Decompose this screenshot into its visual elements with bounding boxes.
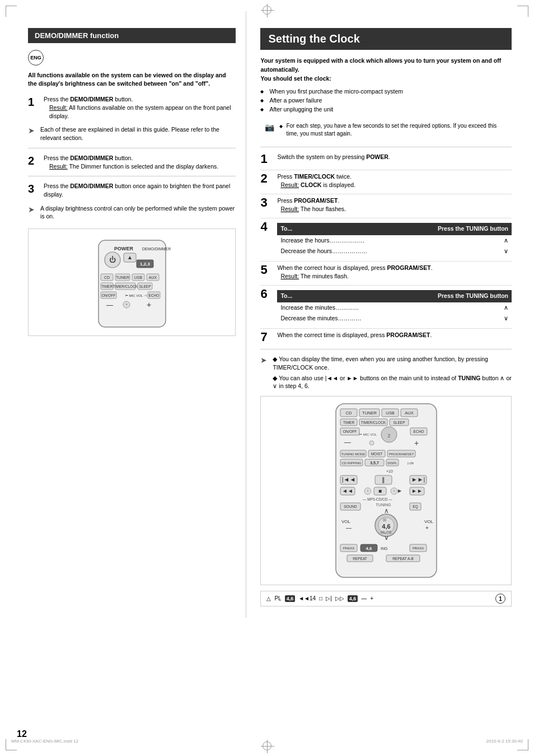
svg-text:3,5,7: 3,5,7 <box>370 461 379 465</box>
display-icon-eject: △ <box>266 595 271 601</box>
svg-text:SOUND: SOUND <box>344 505 357 508</box>
svg-text:+10: +10 <box>386 469 393 473</box>
arrow-icon-right-1: ➤ <box>260 355 269 390</box>
svg-text:ING: ING <box>381 547 387 550</box>
clock-steps: 1 Switch the system on by pressing POWER… <box>260 153 512 344</box>
tip-diamond-icon: ◆ <box>279 123 283 138</box>
remote-svg-right: CD TUNER USB AUX TIMER TIMER/CLOCK SLEEP <box>325 401 448 580</box>
display-text-1: PL <box>274 595 281 601</box>
crosshair-top <box>263 6 271 15</box>
step-6-row-1-arrow: ∨ <box>402 313 512 324</box>
svg-text:AUX: AUX <box>149 276 157 279</box>
remote-image-right: CD TUNER USB AUX TIMER TIMER/CLOCK SLEEP <box>260 396 512 585</box>
step-4-row-0-arrow: ∧ <box>405 235 512 246</box>
corner-mark-tr <box>517 6 528 17</box>
svg-text:TIMER: TIMER <box>343 421 355 424</box>
svg-text:⊢ MIC VOL ⊣: ⊢ MIC VOL ⊣ <box>125 294 147 297</box>
svg-text:°: ° <box>367 490 368 494</box>
svg-text:SLEEP: SLEEP <box>139 284 151 288</box>
left-note-2: ➤ A display brightness control can only … <box>28 204 236 221</box>
svg-text:—: — <box>346 525 352 531</box>
step-6-th-left: To... <box>277 290 401 302</box>
clock-step-7-number: 7 <box>260 331 273 343</box>
svg-text:SLEEP: SLEEP <box>393 421 405 424</box>
step-6-row-0-left: Increase the minutes………… <box>277 302 401 313</box>
svg-text:☒: ☒ <box>383 518 386 522</box>
display-text-fwd1: ▷| <box>326 595 332 601</box>
left-step-1-result-label: Result: <box>49 104 68 111</box>
bullet-item-0: When you first purchase the micro-compac… <box>260 87 512 96</box>
svg-text:CD RIPPING: CD RIPPING <box>341 461 361 465</box>
svg-text:►►|: ►►| <box>411 476 425 483</box>
svg-text:◄◄: ◄◄ <box>342 488 353 494</box>
clock-step-6-number: 6 <box>260 288 273 300</box>
svg-text:ECHO: ECHO <box>148 293 159 297</box>
svg-text:EQ: EQ <box>413 505 418 509</box>
right-divider-top <box>260 147 512 147</box>
svg-text:AUX: AUX <box>405 410 413 416</box>
svg-text:▷|N: ▷|N <box>407 461 414 465</box>
divider-2 <box>28 176 236 176</box>
step-div-2 <box>260 194 512 194</box>
display-badge-46: 4,6 <box>285 595 296 602</box>
svg-text:TIMER/CLOCK: TIMER/CLOCK <box>113 284 138 288</box>
svg-text:CD: CD <box>345 410 352 416</box>
arrow-icon-1: ➤ <box>28 125 37 142</box>
footer: MM-C430-XAC-ENG-MIC.indd 12 2010-9-2 15:… <box>11 739 523 744</box>
display-bar: △ PL 4,6 ◄◄14 □ ▷| ▷▷ 4,6 — + 1 <box>260 591 512 606</box>
clock-step-4-number: 4 <box>260 221 273 233</box>
svg-text:REPEAT: REPEAT <box>353 557 367 561</box>
step-4-row-1-arrow: ∨ <box>405 246 512 256</box>
svg-text:ECHO: ECHO <box>413 430 424 433</box>
svg-text:°: ° <box>125 303 127 308</box>
svg-text:PREAS: PREAS <box>343 547 354 550</box>
step-div-6 <box>260 328 512 329</box>
step-6-table: To... Press the TUNING button Increase t… <box>277 290 512 324</box>
svg-text:TUNER: TUNER <box>362 410 377 416</box>
left-step-2-result-label: Result: <box>49 163 68 170</box>
left-step-1-main: Press the DEMO/DIMMER button. <box>44 96 133 102</box>
left-step-1: 1 Press the DEMO/DIMMER button. Result: … <box>28 95 236 120</box>
left-step-2-result-text: The Dimmer function is selected and the … <box>69 163 218 170</box>
svg-text:1,2,3: 1,2,3 <box>140 262 150 267</box>
svg-text:TUNER: TUNER <box>116 276 129 279</box>
svg-text:USB: USB <box>134 276 143 279</box>
right-note-2-diamond: ◆ You can also use |◄◄ or ►► buttons on … <box>273 374 512 390</box>
svg-text:TUNING MODE: TUNING MODE <box>341 452 365 456</box>
left-step-2: 2 Press the DEMO/DIMMER button. Result: … <box>28 154 236 170</box>
svg-text:— MP3-CD/CD —: — MP3-CD/CD — <box>363 497 392 501</box>
clock-step-1-body: Switch the system on by pressing POWER. <box>277 153 512 161</box>
display-text-dash: — <box>361 595 367 601</box>
svg-text:ON/OFF: ON/OFF <box>101 293 115 297</box>
step-6-row-1-left: Decrease the minutes………… <box>277 313 401 324</box>
svg-text:VOL: VOL <box>341 519 351 524</box>
svg-text:∨: ∨ <box>383 534 388 542</box>
svg-text:DISPL: DISPL <box>387 461 397 465</box>
right-column: Setting the Clock Your system is equippe… <box>246 11 523 618</box>
clock-intro-bold: Your system is equipped with a clock whi… <box>260 57 501 73</box>
footer-left: MM-C430-XAC-ENG-MIC.indd 12 <box>11 739 78 744</box>
step-div-3 <box>260 218 512 218</box>
clock-step-2-body: Press TIMER/CLOCK twice. Result: CLOCK i… <box>277 172 512 189</box>
svg-text:⊢ MIC VOL: ⊢ MIC VOL <box>359 433 377 436</box>
right-divider-mid <box>260 349 512 349</box>
footer-right: 2010-9-2 15:30:40 <box>486 739 523 744</box>
display-badge-1: 1 <box>495 594 505 604</box>
clock-step-2: 2 Press TIMER/CLOCK twice. Result: CLOCK… <box>260 172 512 189</box>
clock-step-7-body: When the correct time is displayed, pres… <box>277 331 512 339</box>
svg-text:°: ° <box>393 490 395 494</box>
clock-intro: Your system is equipped with a clock whi… <box>260 57 512 83</box>
left-step-1-result-text: All functions available on the system ap… <box>49 104 231 119</box>
left-column: DEMO/DIMMER function ENG All functions a… <box>11 11 246 618</box>
step-div-4 <box>260 261 512 262</box>
left-step-2-main: Press the DEMO/DIMMER button. <box>44 155 133 161</box>
clock-step-2-number: 2 <box>260 172 273 185</box>
svg-text:4,6: 4,6 <box>366 546 372 551</box>
clock-step-3-body: Press PROGRAM/SET. Result: The hour flas… <box>277 197 512 213</box>
left-step-3-content: Press the DEMO/DIMMER button once again … <box>44 182 236 198</box>
svg-text:‖: ‖ <box>382 476 385 483</box>
left-step-1-number: 1 <box>28 96 39 108</box>
step-4-th-left: To... <box>277 223 405 235</box>
page-container: DEMO/DIMMER function ENG All functions a… <box>0 0 534 756</box>
bullet-item-1: After a power failure <box>260 96 512 105</box>
